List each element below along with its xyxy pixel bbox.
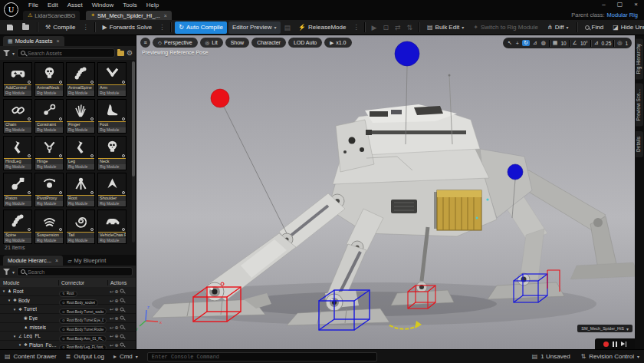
- debug-sort-icon[interactable]: ⇅: [404, 24, 415, 31]
- close-button[interactable]: ×: [634, 1, 638, 8]
- asset-tile-suspension[interactable]: SuspensionRig Module: [34, 210, 64, 244]
- pause-button[interactable]: [613, 342, 617, 347]
- content-drawer-button[interactable]: ▤Content Drawer: [5, 353, 57, 360]
- scale-tool-icon[interactable]: ⊿: [532, 40, 538, 46]
- camera-speed-value[interactable]: 1: [625, 41, 628, 46]
- search-input[interactable]: [28, 269, 129, 275]
- tab-module-hierarchy[interactable]: Module Hierarc... ×: [3, 256, 63, 266]
- asset-tile-arm[interactable]: ArmRig Module: [97, 62, 127, 97]
- asset-tile-leg[interactable]: LegRig Module: [66, 136, 95, 170]
- add-icon[interactable]: ⊕: [115, 306, 119, 312]
- browse-button[interactable]: [18, 21, 33, 34]
- revision-control-button[interactable]: ⇅Revision Control▾: [581, 353, 639, 360]
- hide-unrelated-button[interactable]: ◪Hide Unrelated: [609, 21, 644, 34]
- column-module[interactable]: Module: [0, 280, 59, 285]
- reset-icon[interactable]: ↩: [110, 289, 113, 294]
- grid-snap-value[interactable]: 10: [560, 41, 566, 46]
- expander-icon[interactable]: ▾: [12, 307, 17, 312]
- lit-dropdown[interactable]: ◎Lit: [200, 38, 223, 48]
- add-icon[interactable]: ⊕: [115, 333, 119, 338]
- debug-swap-icon[interactable]: ⇄: [393, 24, 403, 31]
- rotation-snap-icon[interactable]: ∠: [572, 40, 578, 46]
- release-mode-button[interactable]: ⚡ReleaseMode: [294, 21, 350, 34]
- menu-help[interactable]: Help: [143, 2, 163, 8]
- asset-tile-vehiclechasproxy[interactable]: VehicleChas ProxyRig Module: [97, 210, 127, 244]
- find-icon[interactable]: [120, 299, 124, 302]
- column-connector[interactable]: Connector: [59, 280, 108, 285]
- record-button[interactable]: [603, 342, 609, 347]
- output-log-button[interactable]: ≣Output Log: [66, 353, 104, 360]
- reset-icon[interactable]: ↩: [110, 306, 113, 312]
- asset-tile-constraint[interactable]: ConstraintRig Module: [34, 99, 64, 134]
- asset-tile-finger[interactable]: FingerRig Module: [66, 99, 95, 134]
- expander-icon[interactable]: ▾: [7, 298, 12, 302]
- tab-module-assets[interactable]: ▦ Module Assets ×: [3, 36, 64, 46]
- menu-window[interactable]: Window: [88, 2, 117, 8]
- find-icon[interactable]: [120, 325, 124, 329]
- filter-icon[interactable]: [3, 269, 10, 275]
- menu-tools[interactable]: Tools: [119, 2, 141, 8]
- parent-class-link[interactable]: Modular Rig: [607, 12, 638, 18]
- asset-tile-hindleg[interactable]: HindLegRig Module: [3, 136, 32, 170]
- hierarchy-search-box[interactable]: [17, 267, 133, 276]
- expander-icon[interactable]: ▾: [18, 342, 22, 347]
- menu-edit[interactable]: Edit: [44, 2, 62, 8]
- asset-tile-foot[interactable]: FootRig Module: [97, 99, 127, 134]
- scale-snap-value[interactable]: 0.25: [602, 41, 612, 46]
- tab-preview-scene[interactable]: Preview Sce...: [636, 84, 643, 127]
- tab-rig-hierarchy[interactable]: Rig Hierarchy: [636, 38, 643, 79]
- unsaved-button[interactable]: ▤1 Unsaved: [532, 353, 570, 360]
- tab-lidarscanedbg[interactable]: ⚠ LidarScanedBG: [23, 11, 80, 20]
- close-icon[interactable]: ×: [56, 38, 59, 44]
- add-icon[interactable]: ⊕: [115, 298, 119, 303]
- find-button[interactable]: Find: [581, 21, 608, 34]
- add-icon[interactable]: ⊕: [115, 315, 119, 321]
- table-row-piston-footout[interactable]: ▾❖Piston_FootOut... ⊙Root:Body:Leg_FL:fo…: [0, 341, 136, 349]
- lod-dropdown[interactable]: LOD Auto: [288, 38, 322, 48]
- auto-compile-button[interactable]: ↻Auto Compile: [175, 21, 227, 34]
- filter-icon[interactable]: [3, 50, 10, 56]
- world-local-toggle-icon[interactable]: ◍: [540, 40, 547, 46]
- find-icon[interactable]: [120, 316, 124, 320]
- switch-to-rig-module-button[interactable]: ✦Switch to Rig Module: [469, 21, 542, 34]
- asset-tile-animalneck[interactable]: AnimalNeckRig Module: [34, 62, 64, 97]
- step-forward-button[interactable]: [621, 342, 627, 347]
- rotate-tool-icon[interactable]: ↻: [522, 40, 530, 46]
- move-tool-icon[interactable]: +: [515, 41, 520, 46]
- reset-icon[interactable]: ↩: [110, 325, 113, 330]
- expander-icon[interactable]: ▾: [12, 334, 17, 338]
- preview-mesh-badge[interactable]: SM_Mech_Spider_HiS▾: [577, 325, 632, 332]
- gear-icon[interactable]: ⚙: [127, 49, 133, 57]
- show-dropdown[interactable]: Show: [225, 38, 250, 48]
- editor-preview-dropdown[interactable]: Editor Preview▾: [228, 21, 281, 34]
- cmd-dropdown[interactable]: ▸Cmd▾: [113, 353, 138, 360]
- compile-options-kebab[interactable]: ⋮: [81, 24, 90, 31]
- grid-snap-icon[interactable]: ▦: [552, 40, 559, 46]
- find-icon[interactable]: [120, 343, 124, 347]
- character-dropdown[interactable]: Character: [251, 38, 286, 48]
- asset-tile-hinge[interactable]: HingeRig Module: [34, 136, 64, 170]
- reset-icon[interactable]: ↩: [110, 315, 113, 321]
- reset-icon[interactable]: ↩: [110, 342, 113, 348]
- rotation-snap-value[interactable]: 10°: [580, 41, 588, 46]
- preview-target-icon[interactable]: ▤: [282, 24, 294, 31]
- add-icon[interactable]: ⊕: [115, 289, 119, 294]
- search-input[interactable]: [28, 51, 111, 56]
- asset-tile-addcontrol[interactable]: AddControlRig Module: [3, 62, 32, 97]
- viewport-menu-button[interactable]: ≡: [140, 38, 150, 48]
- expander-icon[interactable]: ▾: [2, 289, 6, 293]
- tab-sm-mech-spider[interactable]: ✦ SM_Mech_Spider_HI_... ×: [86, 11, 172, 20]
- asset-tile-chain[interactable]: ChainRig Module: [3, 99, 32, 134]
- asset-tile-root[interactable]: RootRig Module: [66, 173, 95, 207]
- find-icon[interactable]: [120, 334, 124, 338]
- select-tool-icon[interactable]: ↖: [507, 40, 513, 46]
- asset-tile-pivotproxy[interactable]: PivotProxyRig Module: [34, 173, 64, 207]
- 3d-viewport[interactable]: x z y ≡ ◇Perspective ◎Lit Show Character…: [136, 35, 635, 349]
- add-icon[interactable]: ⊕: [115, 342, 119, 348]
- scrollbar[interactable]: [132, 61, 135, 243]
- compile-button[interactable]: ⚒Compile: [41, 21, 80, 34]
- bulk-edit-dropdown[interactable]: ▤Bulk Edit▾: [423, 21, 468, 34]
- asset-tile-spine[interactable]: SpineRig Module: [3, 210, 32, 244]
- asset-search-box[interactable]: [17, 48, 115, 58]
- folder-icon[interactable]: [117, 51, 124, 56]
